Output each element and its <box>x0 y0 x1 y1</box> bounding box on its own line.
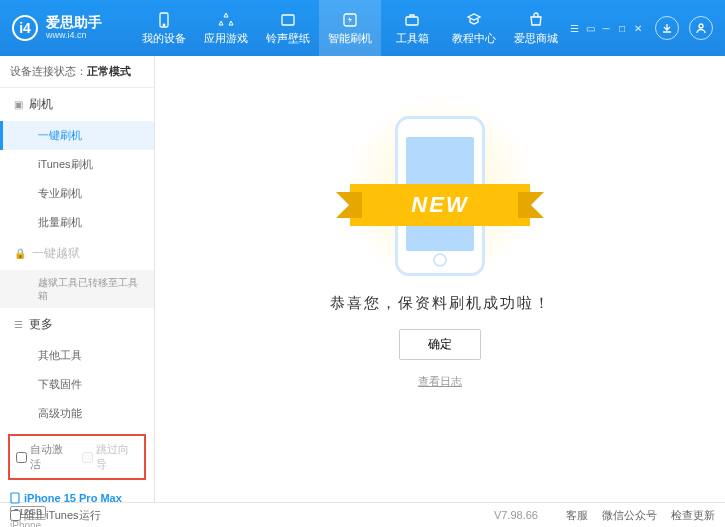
toolbox-icon <box>403 11 421 29</box>
tab-ringtone-wallpaper[interactable]: 铃声壁纸 <box>257 0 319 56</box>
apps-icon <box>217 11 235 29</box>
user-button[interactable] <box>689 16 713 40</box>
success-illustration: NEW <box>340 106 540 276</box>
download-button[interactable] <box>655 16 679 40</box>
store-icon <box>527 11 545 29</box>
ok-button[interactable]: 确定 <box>399 329 481 360</box>
version-label: V7.98.66 <box>494 509 538 521</box>
view-log-link[interactable]: 查看日志 <box>418 374 462 389</box>
tutorial-icon <box>465 11 483 29</box>
svg-rect-6 <box>11 493 19 503</box>
sidebar-item-itunes-flash[interactable]: iTunes刷机 <box>0 150 154 179</box>
app-url: www.i4.cn <box>46 31 102 41</box>
sidebar-item-download-firmware[interactable]: 下载固件 <box>0 370 154 399</box>
menu-icon[interactable]: ☰ <box>567 22 581 34</box>
new-ribbon: NEW <box>350 184 530 226</box>
svg-point-5 <box>699 24 703 28</box>
device-phone-icon <box>10 492 20 504</box>
main-content: NEW 恭喜您，保资料刷机成功啦！ 确定 查看日志 <box>155 56 725 502</box>
skin-icon[interactable]: ▭ <box>583 22 597 34</box>
footer-link-wechat[interactable]: 微信公众号 <box>602 508 657 523</box>
footer-link-update[interactable]: 检查更新 <box>671 508 715 523</box>
svg-rect-2 <box>282 15 294 25</box>
options-row: 自动激活 跳过向导 <box>8 434 146 480</box>
sidebar: 设备连接状态：正常模式 ▣ 刷机 一键刷机 iTunes刷机 专业刷机 批量刷机… <box>0 56 155 502</box>
device-status: 设备连接状态：正常模式 <box>0 56 154 88</box>
logo-icon: i4 <box>12 15 38 41</box>
tab-smart-flash[interactable]: 智能刷机 <box>319 0 381 56</box>
checkbox-block-itunes[interactable]: 阻止iTunes运行 <box>10 508 101 523</box>
app-header: i4 爱思助手 www.i4.cn 我的设备 应用游戏 铃声壁纸 智能刷机 工具… <box>0 0 725 56</box>
sidebar-jailbreak-note: 越狱工具已转移至工具箱 <box>0 270 154 308</box>
tab-toolbox[interactable]: 工具箱 <box>381 0 443 56</box>
sidebar-group-flash[interactable]: ▣ 刷机 <box>0 88 154 121</box>
logo-area: i4 爱思助手 www.i4.cn <box>12 15 133 41</box>
tab-apps-games[interactable]: 应用游戏 <box>195 0 257 56</box>
footer-link-support[interactable]: 客服 <box>566 508 588 523</box>
device-name-label: iPhone 15 Pro Max <box>24 492 122 504</box>
svg-point-1 <box>163 24 165 26</box>
sidebar-group-more[interactable]: ☰ 更多 <box>0 308 154 341</box>
sidebar-item-oneclick-flash[interactable]: 一键刷机 <box>0 121 154 150</box>
wallpaper-icon <box>279 11 297 29</box>
app-title: 爱思助手 <box>46 15 102 30</box>
minimize-icon[interactable]: ─ <box>599 22 613 34</box>
tab-tutorials[interactable]: 教程中心 <box>443 0 505 56</box>
tab-my-device[interactable]: 我的设备 <box>133 0 195 56</box>
flash-icon <box>341 11 359 29</box>
window-controls: ☰ ▭ ─ □ ✕ <box>567 22 645 34</box>
sidebar-item-pro-flash[interactable]: 专业刷机 <box>0 179 154 208</box>
chevron-down-icon: ▣ <box>14 99 23 110</box>
lock-icon: 🔒 <box>14 248 26 259</box>
phone-icon <box>155 11 173 29</box>
sidebar-item-batch-flash[interactable]: 批量刷机 <box>0 208 154 237</box>
success-message: 恭喜您，保资料刷机成功啦！ <box>330 294 551 313</box>
sidebar-item-advanced[interactable]: 高级功能 <box>0 399 154 428</box>
maximize-icon[interactable]: □ <box>615 22 629 34</box>
svg-rect-4 <box>406 17 418 25</box>
sidebar-item-other-tools[interactable]: 其他工具 <box>0 341 154 370</box>
checkbox-skip-guide: 跳过向导 <box>82 442 138 472</box>
nav-tabs: 我的设备 应用游戏 铃声壁纸 智能刷机 工具箱 教程中心 爱思商城 <box>133 0 567 56</box>
sidebar-group-jailbreak: 🔒 一键越狱 <box>0 237 154 270</box>
close-icon[interactable]: ✕ <box>631 22 645 34</box>
tab-store[interactable]: 爱思商城 <box>505 0 567 56</box>
checkbox-auto-activate[interactable]: 自动激活 <box>16 442 72 472</box>
list-icon: ☰ <box>14 319 23 330</box>
